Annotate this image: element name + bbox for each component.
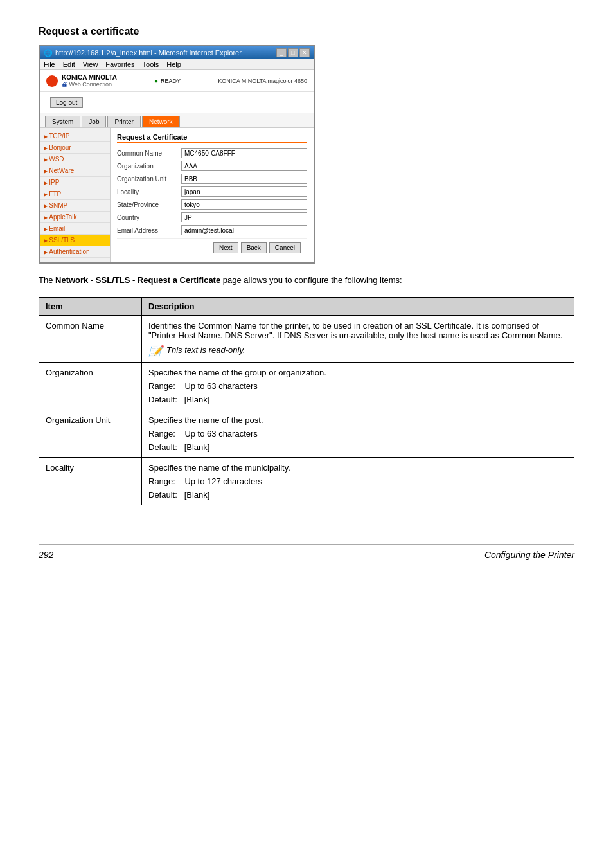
input-locality[interactable] xyxy=(181,186,307,197)
desc-locality: Specifies the name of the municipality. … xyxy=(142,457,574,505)
label-common-name: Common Name xyxy=(117,150,181,157)
table-row: Organization Unit Specifies the name of … xyxy=(39,410,574,457)
menu-view[interactable]: View xyxy=(83,60,98,68)
sidebar-item-ipp[interactable]: IPP xyxy=(40,177,110,188)
next-button[interactable]: Next xyxy=(213,242,238,253)
form-row-country: Country xyxy=(117,212,307,222)
label-organization: Organization xyxy=(117,163,181,170)
web-connection-label: 🖨 Web Connection xyxy=(62,81,117,87)
default-label-unit: Default: xyxy=(148,442,177,452)
input-email[interactable] xyxy=(181,225,307,235)
range-label-locality: Range: xyxy=(148,476,175,486)
default-label-locality: Default: xyxy=(148,490,177,500)
page-heading: Request a certificate xyxy=(39,26,574,37)
input-organization[interactable] xyxy=(181,161,307,171)
item-locality: Locality xyxy=(39,457,142,505)
table-header-item: Item xyxy=(39,297,142,315)
menu-help[interactable]: Help xyxy=(166,60,181,68)
description-bold: Network - SSL/TLS - Request a Certificat… xyxy=(55,275,220,285)
minimize-button[interactable]: _ xyxy=(276,48,287,57)
printer-ui: KONICA MINOLTA 🖨 Web Connection ● READY … xyxy=(40,70,314,262)
label-org-unit: Organization Unit xyxy=(117,176,181,183)
tab-printer[interactable]: Printer xyxy=(107,116,140,127)
cancel-button[interactable]: Cancel xyxy=(269,242,301,253)
sidebar-item-netware[interactable]: NetWare xyxy=(40,165,110,177)
form-area: Request a Certificate Common Name Organi… xyxy=(111,128,314,262)
tab-system[interactable]: System xyxy=(45,116,80,127)
input-common-name[interactable] xyxy=(181,148,307,158)
item-org-unit: Organization Unit xyxy=(39,410,142,457)
item-common-name: Common Name xyxy=(39,315,142,362)
footer-title: Configuring the Printer xyxy=(484,550,574,560)
default-value-unit: [Blank] xyxy=(184,442,210,452)
range-value-locality: Up to 127 characters xyxy=(184,476,262,486)
label-country: Country xyxy=(117,214,181,221)
table-row: Common Name Identifies the Common Name f… xyxy=(39,315,574,362)
default-value-locality: [Blank] xyxy=(184,490,210,500)
sidebar: TCP/IP Bonjour WSD NetWare IPP FTP SNMP … xyxy=(40,128,111,262)
note-common-name: 📝 This text is read-only. xyxy=(148,345,567,357)
sidebar-item-authentication[interactable]: Authentication xyxy=(40,246,110,258)
sidebar-item-ssltls[interactable]: SSL/TLS xyxy=(40,235,110,246)
menu-file[interactable]: File xyxy=(44,60,55,68)
label-state: State/Province xyxy=(117,201,181,208)
default-value-org: [Blank] xyxy=(184,395,210,404)
sidebar-item-appletalk[interactable]: AppleTalk xyxy=(40,212,110,223)
input-country[interactable] xyxy=(181,212,307,222)
browser-menubar: File Edit View Favorites Tools Help xyxy=(40,59,314,70)
logo-circle xyxy=(46,75,58,87)
table-header-description: Description xyxy=(142,297,574,315)
range-label-org: Range: xyxy=(148,381,175,391)
note-text: This text is read-only. xyxy=(166,345,245,355)
browser-window: 🌐 http://192.168.1.2/a_index.html - Micr… xyxy=(39,45,315,264)
logout-button[interactable]: Log out xyxy=(50,97,83,108)
range-value-unit: Up to 63 characters xyxy=(184,429,257,439)
sidebar-item-ftp[interactable]: FTP xyxy=(40,188,110,200)
menu-favorites[interactable]: Favorites xyxy=(105,60,134,68)
info-table: Item Description Common Name Identifies … xyxy=(39,297,574,505)
label-email: Email Address xyxy=(117,227,181,234)
range-value-org: Up to 63 characters xyxy=(184,381,257,391)
desc-organization: Specifies the name of the group or organ… xyxy=(142,362,574,410)
form-buttons: Next Back Cancel xyxy=(117,238,307,257)
tab-job[interactable]: Job xyxy=(82,116,106,127)
form-row-state: State/Province xyxy=(117,199,307,210)
sidebar-item-bonjour[interactable]: Bonjour xyxy=(40,142,110,154)
form-row-locality: Locality xyxy=(117,186,307,197)
label-locality: Locality xyxy=(117,188,181,195)
page-number: 292 xyxy=(39,550,53,560)
item-organization: Organization xyxy=(39,362,142,410)
sidebar-item-email[interactable]: Email xyxy=(40,223,110,235)
browser-title: http://192.168.1.2/a_index.html - Micros… xyxy=(55,49,242,57)
table-row: Locality Specifies the name of the munic… xyxy=(39,457,574,505)
menu-tools[interactable]: Tools xyxy=(143,60,159,68)
browser-titlebar: 🌐 http://192.168.1.2/a_index.html - Micr… xyxy=(40,46,314,59)
description-text: The Network - SSL/TLS - Request a Certif… xyxy=(39,274,574,287)
desc-common-name: Identifies the Common Name for the print… xyxy=(142,315,574,362)
input-state[interactable] xyxy=(181,199,307,210)
table-row: Organization Specifies the name of the g… xyxy=(39,362,574,410)
sidebar-item-tcpip[interactable]: TCP/IP xyxy=(40,131,110,142)
menu-edit[interactable]: Edit xyxy=(63,60,75,68)
close-button[interactable]: ✕ xyxy=(299,48,310,57)
page-footer: 292 Configuring the Printer xyxy=(39,544,574,560)
printer-model: KONICA MINOLTA magicolor 4650 xyxy=(218,78,307,84)
printer-header: KONICA MINOLTA 🖨 Web Connection ● READY … xyxy=(40,70,314,92)
form-row-org-unit: Organization Unit xyxy=(117,174,307,184)
back-button[interactable]: Back xyxy=(241,242,267,253)
sidebar-item-wsd[interactable]: WSD xyxy=(40,154,110,165)
nav-tabs: System Job Printer Network xyxy=(40,113,314,128)
sidebar-item-snmp[interactable]: SNMP xyxy=(40,200,110,212)
form-row-email: Email Address xyxy=(117,225,307,235)
page-icon: 🌐 xyxy=(44,49,53,57)
range-label-unit: Range: xyxy=(148,429,175,439)
form-row-common-name: Common Name xyxy=(117,148,307,158)
note-icon: 📝 xyxy=(148,345,163,357)
tab-network[interactable]: Network xyxy=(142,116,180,127)
desc-org-unit: Specifies the name of the post. Range: U… xyxy=(142,410,574,457)
input-org-unit[interactable] xyxy=(181,174,307,184)
default-label-org: Default: xyxy=(148,395,177,404)
form-row-organization: Organization xyxy=(117,161,307,171)
maximize-button[interactable]: □ xyxy=(288,48,298,57)
printer-logo-name: KONICA MINOLTA xyxy=(62,74,117,81)
